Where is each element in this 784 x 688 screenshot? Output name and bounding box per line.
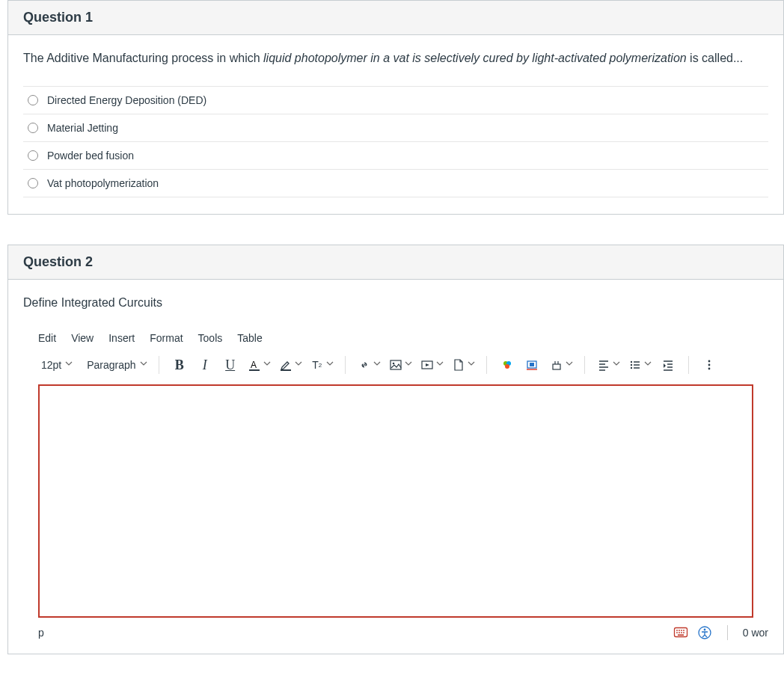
rte-menubar: Edit View Insert Format Tools Table (23, 328, 768, 348)
menu-tools[interactable]: Tools (198, 332, 223, 344)
blocktype-select[interactable]: Paragraph (84, 353, 149, 377)
chevron-down-icon (645, 362, 651, 368)
superscript-icon: T2 (310, 358, 324, 372)
prompt-text-post: is called... (687, 52, 744, 64)
menu-view[interactable]: View (71, 332, 94, 344)
menu-edit[interactable]: Edit (38, 332, 56, 344)
textcolor-icon: A (248, 358, 261, 372)
document-button[interactable] (449, 353, 477, 377)
keyboard-shortcuts-button[interactable] (673, 625, 688, 640)
svg-point-39 (681, 632, 682, 633)
question-1-prompt: The Additive Manufacturing process in wh… (23, 52, 768, 65)
chevron-down-icon (566, 362, 572, 368)
menu-format[interactable]: Format (150, 332, 183, 344)
question-2-header: Question 2 (8, 245, 783, 280)
bold-icon: B (173, 358, 186, 372)
toolbar-separator (688, 356, 689, 374)
svg-point-8 (505, 364, 509, 369)
svg-point-30 (708, 364, 710, 366)
radio-option-c[interactable] (28, 150, 38, 161)
menu-table[interactable]: Table (237, 332, 262, 344)
indent-icon (661, 358, 675, 372)
accessibility-checker-button[interactable] (697, 625, 712, 640)
more-button[interactable] (698, 353, 720, 377)
plugin-icon (550, 358, 563, 372)
chevron-down-icon (468, 362, 474, 368)
svg-point-38 (679, 632, 680, 633)
more-vertical-icon (702, 358, 716, 372)
radio-option-b[interactable] (28, 123, 38, 133)
prompt-text-italic: liquid photopolymer in a vat is selectiv… (263, 52, 687, 64)
question-2-card: Question 2 Define Integrated Curcuits Ed… (7, 245, 784, 654)
svg-rect-41 (678, 634, 684, 636)
svg-point-34 (679, 630, 680, 631)
svg-point-21 (630, 364, 631, 366)
toolbar-separator (486, 356, 487, 374)
answer-option-b[interactable]: Material Jetting (23, 114, 768, 142)
link-icon (358, 358, 371, 372)
image-button[interactable] (386, 353, 414, 377)
external-tool-button[interactable] (521, 353, 544, 377)
media-button[interactable] (417, 353, 446, 377)
blocktype-label: Paragraph (87, 359, 137, 371)
chevron-down-icon (374, 362, 380, 368)
svg-point-23 (630, 367, 631, 369)
italic-button[interactable]: I (194, 353, 216, 377)
menu-insert[interactable]: Insert (108, 332, 135, 344)
svg-point-37 (676, 632, 678, 633)
bold-button[interactable]: B (168, 353, 191, 377)
question-2-body: Define Integrated Curcuits Edit View Ins… (8, 280, 783, 654)
indent-button[interactable] (657, 353, 679, 377)
toolbar-separator (584, 356, 585, 374)
list-icon (628, 358, 642, 372)
word-count[interactable]: 0 wor (743, 627, 768, 639)
answer-label-d: Vat photopolymerization (47, 177, 159, 189)
highlight-icon (279, 358, 293, 372)
italic-icon: I (198, 358, 212, 372)
svg-point-36 (683, 630, 685, 631)
list-button[interactable] (625, 353, 654, 377)
question-1-title: Question 1 (23, 10, 768, 25)
align-button[interactable] (594, 353, 622, 377)
toolbar-separator (159, 356, 159, 374)
answer-label-b: Material Jetting (47, 122, 118, 134)
media-icon (420, 358, 434, 372)
highlight-button[interactable] (276, 353, 304, 377)
question-2-prompt: Define Integrated Curcuits (23, 296, 768, 310)
chevron-down-icon (141, 362, 147, 368)
question-1-header: Question 1 (8, 1, 783, 35)
link-button[interactable] (355, 353, 383, 377)
answer-option-c[interactable]: Powder bed fusion (23, 142, 768, 170)
svg-text:A: A (251, 360, 257, 370)
answer-label-c: Powder bed fusion (47, 150, 134, 162)
apps-icon (500, 358, 514, 372)
rte-element-path[interactable]: p (38, 627, 664, 639)
svg-rect-2 (281, 369, 291, 371)
chevron-down-icon (405, 362, 411, 368)
document-icon (452, 358, 465, 372)
chevron-down-icon (264, 362, 270, 368)
answer-option-a[interactable]: Directed Energy Deposition (DED) (23, 87, 768, 114)
apps-button[interactable] (496, 353, 518, 377)
svg-point-33 (676, 630, 678, 631)
external-tool-icon (526, 358, 539, 372)
radio-option-d[interactable] (28, 178, 38, 188)
textcolor-button[interactable]: A (245, 353, 273, 377)
superscript-button[interactable]: T2 (307, 353, 336, 377)
answer-option-d[interactable]: Vat photopolymerization (23, 170, 768, 197)
chevron-down-icon (613, 362, 619, 368)
svg-point-43 (703, 629, 705, 631)
underline-button[interactable]: U (219, 353, 242, 377)
svg-point-31 (708, 368, 710, 370)
rte-editor-area[interactable] (38, 384, 753, 618)
plugin-button[interactable] (547, 353, 575, 377)
status-separator (727, 625, 728, 640)
chevron-down-icon (437, 362, 443, 368)
radio-option-a[interactable] (28, 95, 38, 105)
prompt-text-pre: The Additive Manufacturing process in wh… (23, 52, 263, 64)
question-2-title: Question 2 (23, 254, 768, 270)
svg-point-19 (630, 361, 631, 363)
fontsize-select[interactable]: 12pt (38, 353, 75, 377)
chevron-down-icon (327, 362, 333, 368)
svg-point-29 (708, 360, 710, 363)
